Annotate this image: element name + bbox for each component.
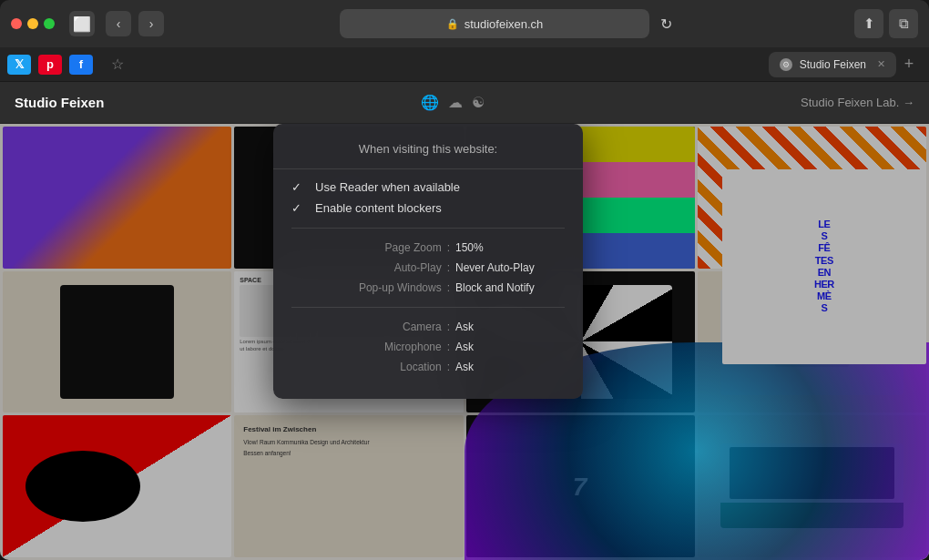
microphone-colon: : <box>447 341 450 353</box>
back-button[interactable]: ‹ <box>106 11 131 36</box>
camera-key: Camera <box>342 321 442 333</box>
new-tab-button[interactable]: ⧉ <box>889 9 918 38</box>
new-tab-add-button[interactable]: + <box>896 52 922 77</box>
setting-zoom: Page Zoom : 150% <box>291 241 565 254</box>
tabs-icon: ⧉ <box>899 15 909 32</box>
setting-autoplay: Auto-Play : Never Auto-Play <box>291 261 565 274</box>
tab-bar: 𝕏 p f ☆ ⚙ Studio Feixen ✕ + <box>0 47 929 82</box>
sidebar-icon: ⬜ <box>73 15 91 33</box>
site-popup: When visiting this website: ✓ Use Reader… <box>273 124 583 399</box>
back-icon: ‹ <box>117 16 121 31</box>
twitter-icon: 𝕏 <box>15 57 24 71</box>
location-key: Location <box>342 361 442 373</box>
fullscreen-button[interactable] <box>44 18 55 29</box>
microphone-key: Microphone <box>342 341 442 353</box>
checkmark-reader: ✓ <box>291 180 306 194</box>
popup-windows-key: Pop-up Windows <box>342 281 442 294</box>
browser-window: ⬜ ‹ › 🔒 studiofeixen.ch ↻ ⬆ ⧉ <box>0 0 929 560</box>
checkmark-blockers: ✓ <box>291 201 306 215</box>
popup-checkbox-blockers: ✓ Enable content blockers <box>291 201 565 215</box>
popup-settings: Page Zoom : 150% Auto-Play : Never Auto-… <box>291 241 565 294</box>
globe-icon[interactable]: 🌐 <box>421 94 439 111</box>
title-bar: ⬜ ‹ › 🔒 studiofeixen.ch ↻ ⬆ ⧉ <box>0 0 929 47</box>
autoplay-value[interactable]: Never Auto-Play <box>455 261 565 274</box>
site-title: Studio Feixen <box>15 95 104 110</box>
pinterest-icon: p <box>46 57 54 71</box>
share-icon: ⬆ <box>863 15 875 32</box>
plus-icon: + <box>904 55 914 74</box>
site-subtitle: Studio Feixen Lab. → <box>801 96 914 109</box>
zoom-colon: : <box>447 241 450 254</box>
reload-icon: ↻ <box>660 15 672 33</box>
traffic-lights <box>11 18 55 29</box>
site-icons: 🌐 ☁ ☯ <box>421 94 485 111</box>
autoplay-key: Auto-Play <box>342 261 442 274</box>
popup-divider-2 <box>291 228 565 229</box>
bookmark-star-button[interactable]: ☆ <box>111 56 124 73</box>
forward-icon: › <box>149 16 154 31</box>
swirl-icon[interactable]: ☯ <box>472 94 485 111</box>
sidebar-toggle-button[interactable]: ⬜ <box>69 11 95 36</box>
address-bar[interactable]: 🔒 studiofeixen.ch <box>340 9 649 38</box>
permission-camera: Camera : Ask <box>291 321 565 333</box>
microphone-value[interactable]: Ask <box>455 341 565 353</box>
bookmark-twitter[interactable]: 𝕏 <box>7 55 31 75</box>
permissions-section: Camera : Ask Microphone : Ask Location :… <box>291 321 565 373</box>
bookmark-pinterest[interactable]: p <box>38 55 62 75</box>
lock-icon: 🔒 <box>446 18 459 30</box>
camera-colon: : <box>447 321 450 333</box>
popup-divider-3 <box>291 307 565 308</box>
url-text: studiofeixen.ch <box>464 17 544 31</box>
location-colon: : <box>447 361 450 373</box>
close-button[interactable] <box>11 18 22 29</box>
blockers-label: Enable content blockers <box>315 201 442 215</box>
popup-divider-1 <box>273 168 583 169</box>
popup-windows-colon: : <box>447 281 450 294</box>
permission-microphone: Microphone : Ask <box>291 341 565 353</box>
zoom-value[interactable]: 150% <box>455 241 565 254</box>
toolbar-right: ⬆ ⧉ <box>854 9 918 38</box>
autoplay-colon: : <box>447 261 450 274</box>
share-button[interactable]: ⬆ <box>854 9 883 38</box>
cloud-icon[interactable]: ☁ <box>448 94 463 111</box>
popup-checkbox-reader: ✓ Use Reader when available <box>291 180 565 194</box>
tab-label: Studio Feixen <box>800 58 866 71</box>
reload-button[interactable]: ↻ <box>653 11 679 36</box>
setting-popup-windows: Pop-up Windows : Block and Notify <box>291 281 565 294</box>
bookmark-facebook[interactable]: f <box>69 55 93 75</box>
camera-value[interactable]: Ask <box>455 321 565 333</box>
tab-close-button[interactable]: ✕ <box>877 58 885 70</box>
favicon-icon: ⚙ <box>782 60 790 69</box>
reader-label: Use Reader when available <box>315 180 460 194</box>
facebook-icon: f <box>79 57 83 71</box>
tab-studio-feixen[interactable]: ⚙ Studio Feixen ✕ <box>769 52 896 77</box>
site-toolbar: Studio Feixen 🌐 ☁ ☯ Studio Feixen Lab. → <box>0 82 929 124</box>
popup-windows-value[interactable]: Block and Notify <box>455 281 565 294</box>
content-area: SPACE Lorem ipsum dolor sit amet consect… <box>0 124 929 560</box>
permission-location: Location : Ask <box>291 361 565 373</box>
bookmarks-bar: 𝕏 p f ☆ <box>7 55 388 75</box>
popup-title: When visiting this website: <box>291 142 565 156</box>
address-bar-container: 🔒 studiofeixen.ch ↻ <box>171 9 847 38</box>
tab-favicon: ⚙ <box>780 58 792 71</box>
location-value[interactable]: Ask <box>455 361 565 373</box>
minimize-button[interactable] <box>27 18 38 29</box>
forward-button[interactable]: › <box>138 11 164 36</box>
zoom-key: Page Zoom <box>342 241 442 254</box>
